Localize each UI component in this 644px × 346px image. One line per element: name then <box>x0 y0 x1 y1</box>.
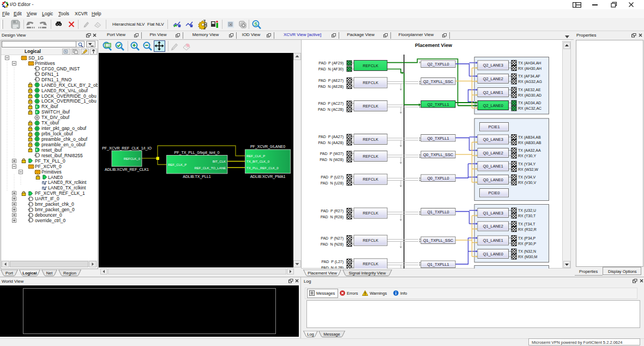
svg-text:PAD N (U28): PAD N (U28) <box>321 181 344 186</box>
svg-text:PF_XCVR_0/LANE0: PF_XCVR_0/LANE0 <box>250 145 285 149</box>
svg-text:Q0_LANE3: Q0_LANE3 <box>483 137 503 142</box>
svg-text:Logical: Logical <box>22 271 37 276</box>
svg-text:PAD P (N27): PAD P (N27) <box>321 236 344 241</box>
svg-text:PCIE1: PCIE1 <box>488 124 499 129</box>
svg-text:Placement View: Placement View <box>415 43 453 48</box>
svg-text:REFCLK: REFCLK <box>363 137 378 142</box>
svg-text:PAD N (AA28): PAD N (AA28) <box>318 141 344 145</box>
svg-text:TX (AE32,AE: TX (AE32,AE <box>518 88 541 92</box>
svg-text:RX (AC32,AC: RX (AC32,AC <box>518 106 541 111</box>
svg-text:PAD P (AE27): PAD P (AE27) <box>318 79 344 83</box>
svg-text:ADLIB:XCVR_PMA1: ADLIB:XCVR_PMA1 <box>250 175 286 179</box>
svg-text:TX (AF34,AF: TX (AF34,AF <box>518 74 540 79</box>
svg-text:RX (AD30,AD: RX (AD30,AD <box>518 93 541 98</box>
svg-text:REFCLK: REFCLK <box>363 177 378 182</box>
svg-text:TX (N32,N: TX (N32,N <box>518 249 536 254</box>
svg-text:Region: Region <box>63 271 76 276</box>
svg-text:RX (AH30,AH: RX (AH30,AH <box>518 67 541 71</box>
svg-text:BIT_CLK: BIT_CLK <box>213 160 226 163</box>
svg-text:RX (P30,P: RX (P30,P <box>518 242 536 246</box>
svg-text:Q0_TXPLL_SSC: Q0_TXPLL_SSC <box>423 152 453 157</box>
svg-text:ADLIB:TX_PLL1: ADLIB:TX_PLL1 <box>183 175 210 179</box>
svg-text:Q2_LANE3: Q2_LANE3 <box>483 63 503 68</box>
svg-text:Q1_LANE1: Q1_LANE1 <box>483 238 503 243</box>
svg-text:PAD P (L27): PAD P (L27) <box>321 260 344 264</box>
svg-text:PAD P (AF29): PAD P (AF29) <box>318 61 344 65</box>
svg-text:PAD N (L28): PAD N (L28) <box>321 266 344 269</box>
svg-text:REFCLK: REFCLK <box>363 63 378 68</box>
svg-text:PAD N (W28): PAD N (W28) <box>320 158 344 162</box>
svg-text:PAD P (AA27): PAD P (AA27) <box>318 135 344 139</box>
svg-text:PF_XCVR_REF_CLK_1/I_IO: PF_XCVR_REF_CLK_1/I_IO <box>102 146 152 151</box>
svg-text:ADLIB:XCVR_REF_CLK1: ADLIB:XCVR_REF_CLK1 <box>105 168 149 172</box>
svg-text:TX (AA32,AA: TX (AA32,AA <box>518 148 541 153</box>
svg-text:PAD N (AE28): PAD N (AE28) <box>318 85 344 89</box>
svg-text:RX (AB30,AB: RX (AB30,AB <box>518 141 541 145</box>
svg-text:REFCLK: REFCLK <box>363 238 378 243</box>
svg-text:REF_CLK_TO_LANE: REF_CLK_TO_LANE <box>194 166 226 170</box>
svg-text:Signal Integrity View: Signal Integrity View <box>349 271 386 276</box>
svg-text:Port: Port <box>5 271 14 276</box>
svg-text:Log: Log <box>307 332 314 337</box>
svg-text:Q1_LANE3: Q1_LANE3 <box>483 211 503 216</box>
svg-text:REF_CLK_P: REF_CLK_P <box>168 163 186 166</box>
svg-text:RX (R32,R: RX (R32,R <box>518 228 537 232</box>
svg-text:REFCLK: REFCLK <box>363 154 378 159</box>
svg-text:REFCLK: REFCLK <box>363 211 378 216</box>
svg-text:REFCLK: REFCLK <box>363 80 378 85</box>
svg-text:TX (Y34,Y: TX (Y34,Y <box>518 162 536 166</box>
svg-text:Message: Message <box>323 332 340 337</box>
svg-text:Q2_TXPLL1: Q2_TXPLL1 <box>427 102 449 107</box>
svg-text:Q2_LANE0: Q2_LANE0 <box>483 103 503 108</box>
svg-text:PAD N (AC28): PAD N (AC28) <box>318 108 344 112</box>
svg-text:REF_CLK_P: REF_CLK_P <box>246 154 265 158</box>
svg-text:Q1_TXPLL_SSC: Q1_TXPLL_SSC <box>423 238 453 243</box>
svg-text:PAD P (R27): PAD P (R27) <box>321 209 344 213</box>
svg-text:RX (V30,V: RX (V30,V <box>518 181 536 185</box>
svg-text:Q1_TXPLL1: Q1_TXPLL1 <box>427 262 449 267</box>
svg-text:Q1_LANE2: Q1_LANE2 <box>483 224 503 229</box>
svg-text:PAD N (R28): PAD N (R28) <box>321 215 344 219</box>
svg-text:Q2_TXPLL_SSC: Q2_TXPLL_SSC <box>423 79 453 84</box>
svg-text:Q0_LANE2: Q0_LANE2 <box>483 151 503 156</box>
svg-text:TX (P34,P: TX (P34,P <box>518 236 536 241</box>
svg-text:PCIE0: PCIE0 <box>488 190 499 195</box>
svg-text:Q0_TXPLL0: Q0_TXPLL0 <box>427 176 449 181</box>
svg-text:Q2_LANE1: Q2_LANE1 <box>483 90 503 95</box>
svg-text:RX (W32,W: RX (W32,W <box>518 168 538 172</box>
svg-text:REFCLK: REFCLK <box>363 104 378 109</box>
svg-text:RX (Y30,Y: RX (Y30,Y <box>518 154 536 158</box>
svg-text:TX_BIT_CLK_0: TX_BIT_CLK_0 <box>246 160 270 163</box>
svg-text:RX (M30,M: RX (M30,M <box>518 255 538 259</box>
svg-text:Q1_TXPLL0: Q1_TXPLL0 <box>427 210 449 214</box>
svg-text:Placement View: Placement View <box>308 271 337 276</box>
svg-text:Q0_TXPLL1: Q0_TXPLL1 <box>427 136 449 141</box>
svg-text:PAD P (U27): PAD P (U27) <box>321 175 344 180</box>
svg-text:TX (AD34,AD: TX (AD34,AD <box>518 101 541 105</box>
svg-text:PAD N (AF30): PAD N (AF30) <box>318 67 344 71</box>
svg-text:Q2_TXPLL0: Q2_TXPLL0 <box>427 62 449 67</box>
svg-text:TX (AH34,AH: TX (AH34,AH <box>518 61 541 65</box>
svg-text:TX (AB34,AB: TX (AB34,AB <box>518 135 541 140</box>
svg-text:Q0_LANE1: Q0_LANE1 <box>483 164 503 169</box>
svg-text:PAD P (AC27): PAD P (AC27) <box>318 102 344 106</box>
svg-text:Q0_LANE0: Q0_LANE0 <box>483 177 503 182</box>
svg-text:REFCLK_0: REFCLK_0 <box>124 157 141 160</box>
svg-text:REFCLK: REFCLK <box>363 261 378 266</box>
svg-text:S: S <box>254 21 257 27</box>
svg-text:TX (U32,U: TX (U32,U <box>518 208 536 213</box>
svg-text:TX (T34,T: TX (T34,T <box>518 222 535 226</box>
svg-text:Q1_LANE0: Q1_LANE0 <box>483 252 503 256</box>
svg-text:TX (V34,V: TX (V34,V <box>518 175 536 180</box>
svg-text:Q2_LANE2: Q2_LANE2 <box>483 76 503 81</box>
svg-text:RX (T30,T: RX (T30,T <box>518 214 536 218</box>
svg-text:Net: Net <box>46 271 53 276</box>
svg-text:RX (AG32,AG: RX (AG32,AG <box>518 80 542 84</box>
svg-text:PAD P (W27): PAD P (W27) <box>320 152 344 156</box>
svg-text:PF_TX_PLL_0/txpll_isnt_0: PF_TX_PLL_0/txpll_isnt_0 <box>174 151 220 155</box>
svg-text:TX_PLL_REF_CLK_0: TX_PLL_REF_CLK_0 <box>246 166 279 170</box>
svg-text:PAD N (N28): PAD N (N28) <box>321 242 344 247</box>
